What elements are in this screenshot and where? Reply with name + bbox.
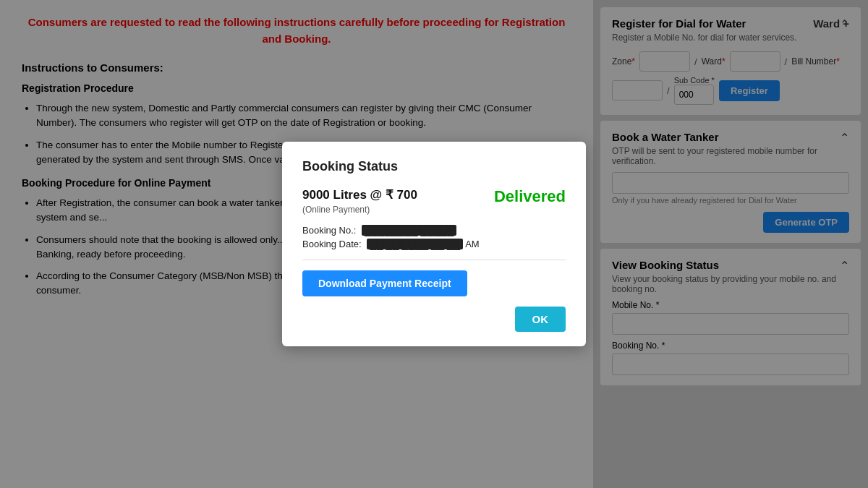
page-wrapper: Consumers are requested to read the foll… (0, 0, 868, 488)
ok-button[interactable]: OK (515, 307, 566, 332)
booking-litres: 9000 Litres @ ₹ 700 (302, 187, 417, 202)
booking-info-row: 9000 Litres @ ₹ 700 (Online Payment) Del… (302, 187, 566, 215)
delivered-badge: Delivered (494, 187, 566, 206)
booking-left: 9000 Litres @ ₹ 700 (Online Payment) (302, 187, 417, 215)
booking-date-row: Booking Date: ██/██/████ ██:██ AM (302, 239, 566, 249)
booking-no-label: Booking No.: (302, 225, 356, 236)
booking-number-row: Booking No.: ████████/█████ (302, 225, 566, 236)
modal-divider (302, 260, 566, 260)
download-receipt-button[interactable]: Download Payment Receipt (302, 270, 467, 296)
booking-no-value: ████████/█████ (362, 225, 456, 236)
booking-payment-type: (Online Payment) (302, 205, 417, 215)
booking-status-modal: Booking Status 9000 Litres @ ₹ 700 (Onli… (282, 142, 586, 346)
modal-title: Booking Status (302, 159, 566, 174)
booking-date-label: Booking Date: (302, 239, 362, 249)
modal-footer: OK (302, 307, 566, 332)
booking-date-ampm: AM (465, 239, 480, 249)
booking-date-value: ██/██/████ ██:██ (367, 239, 463, 249)
modal-overlay: Booking Status 9000 Litres @ ₹ 700 (Onli… (0, 0, 868, 488)
